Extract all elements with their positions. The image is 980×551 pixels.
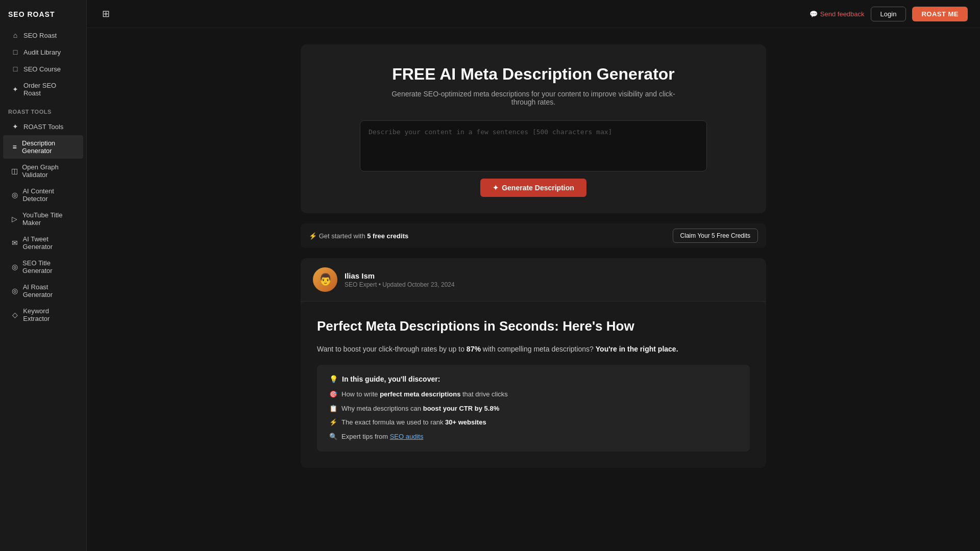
tools-section-label: ROAST Tools bbox=[0, 102, 86, 118]
guide-item-4-text: Expert tips from SEO audits bbox=[341, 432, 423, 442]
article-intro: Want to boost your click-through rates b… bbox=[317, 343, 750, 355]
home-icon: ⌂ bbox=[11, 31, 19, 39]
bolt-icon: ⚡ bbox=[329, 417, 337, 428]
guide-item-3-text: The exact formula we used to rank 30+ we… bbox=[341, 417, 486, 428]
sidebar-item-order-seo-roast[interactable]: ✦ Order SEO Roast bbox=[3, 78, 83, 101]
guide-list: 🎯 How to write perfect meta descriptions… bbox=[329, 389, 738, 441]
hero-card: FREE AI Meta Description Generator Gener… bbox=[301, 44, 766, 213]
guide-box-title: 💡 In this guide, you'll discover: bbox=[329, 375, 738, 383]
order-icon: ✦ bbox=[11, 85, 19, 93]
ai-roast-icon: ◎ bbox=[11, 287, 19, 295]
article-title: Perfect Meta Descriptions in Seconds: He… bbox=[317, 318, 750, 335]
og-icon: ◫ bbox=[11, 167, 18, 175]
sidebar-label: AI Content Detector bbox=[22, 187, 75, 203]
feedback-label: Send feedback bbox=[820, 10, 865, 18]
article-body: Perfect Meta Descriptions in Seconds: He… bbox=[301, 302, 766, 468]
sidebar-item-audit-library[interactable]: □ Audit Library bbox=[3, 44, 83, 60]
credits-bar: ⚡ Get started with 5 free credits Claim … bbox=[301, 223, 766, 248]
seo-title-icon: ◎ bbox=[11, 263, 18, 271]
youtube-icon: ▷ bbox=[11, 215, 18, 223]
stat-bold: 87% bbox=[467, 345, 481, 353]
cta-bold: You're in the right place. bbox=[596, 345, 678, 353]
author-info: Ilias Ism SEO Expert • Updated October 2… bbox=[345, 271, 455, 288]
sidebar-item-ai-tweet-generator[interactable]: ✉ AI Tweet Generator bbox=[3, 231, 83, 255]
author-name: Ilias Ism bbox=[345, 271, 455, 280]
guide-item-4: 🔍 Expert tips from SEO audits bbox=[329, 432, 738, 442]
avatar-emoji: 👨 bbox=[318, 273, 332, 286]
login-button[interactable]: Login bbox=[871, 7, 906, 21]
sidebar-item-roast-tools[interactable]: ✦ ROAST Tools bbox=[3, 118, 83, 135]
lightbulb-icon: 💡 bbox=[329, 375, 338, 383]
audit-icon: □ bbox=[11, 48, 19, 56]
credits-highlight: 5 free credits bbox=[367, 232, 408, 240]
sidebar-item-seo-course[interactable]: □ SEO Course bbox=[3, 61, 83, 77]
sidebar-item-ai-roast-generator[interactable]: ◎ AI Roast Generator bbox=[3, 279, 83, 303]
checklist-icon: 📋 bbox=[329, 404, 337, 414]
description-icon: ≡ bbox=[11, 143, 18, 151]
sidebar-item-description-generator[interactable]: ≡ Description Generator bbox=[3, 135, 83, 159]
roastme-button[interactable]: ROAST ME bbox=[912, 7, 968, 21]
author-avatar: 👨 bbox=[313, 267, 337, 292]
generate-icon: ✦ bbox=[493, 184, 499, 192]
topbar-left: ⊞ bbox=[99, 6, 113, 21]
brand-logo: SEO ROAST bbox=[0, 8, 86, 27]
guide-item-1: 🎯 How to write perfect meta descriptions… bbox=[329, 389, 738, 399]
sidebar-label: Order SEO Roast bbox=[23, 82, 75, 97]
sidebar-item-keyword-extractor[interactable]: ◇ Keyword Extractor bbox=[3, 303, 83, 327]
hero-subtitle: Generate SEO-optimized meta descriptions… bbox=[390, 90, 676, 106]
credits-icon: ⚡ bbox=[309, 232, 317, 240]
author-meta: SEO Expert • Updated October 23, 2024 bbox=[345, 281, 455, 288]
ai-detector-icon: ◎ bbox=[11, 191, 18, 199]
target-icon: 🎯 bbox=[329, 389, 337, 399]
generate-description-button[interactable]: ✦ Generate Description bbox=[480, 179, 586, 197]
content-input[interactable] bbox=[360, 120, 707, 171]
credits-prefix: Get started with bbox=[319, 232, 368, 240]
sidebar-label: AI Tweet Generator bbox=[23, 235, 75, 251]
guide-item-2: 📋 Why meta descriptions can boost your C… bbox=[329, 404, 738, 414]
sidebar-label: SEO Title Generator bbox=[22, 259, 75, 274]
topbar: ⊞ 💬 Send feedback Login ROAST ME bbox=[87, 0, 980, 28]
sidebar-label: SEO Course bbox=[23, 65, 61, 73]
tweet-icon: ✉ bbox=[11, 239, 19, 247]
guide-item-3: ⚡ The exact formula we used to rank 30+ … bbox=[329, 417, 738, 428]
sidebar-item-seo-roast[interactable]: ⌂ SEO Roast bbox=[3, 27, 83, 43]
claim-credits-button[interactable]: Claim Your 5 Free Credits bbox=[673, 229, 758, 243]
sidebar-label: ROAST Tools bbox=[23, 123, 63, 131]
author-row: 👨 Ilias Ism SEO Expert • Updated October… bbox=[301, 258, 766, 302]
sidebar-toggle-button[interactable]: ⊞ bbox=[99, 6, 113, 21]
sidebar-item-youtube-title-maker[interactable]: ▷ YouTube Title Maker bbox=[3, 207, 83, 231]
sidebar-item-ai-content-detector[interactable]: ◎ AI Content Detector bbox=[3, 183, 83, 207]
keyword-icon: ◇ bbox=[11, 311, 19, 319]
roast-tools-icon: ✦ bbox=[11, 122, 19, 131]
sidebar: SEO ROAST ⌂ SEO Roast □ Audit Library □ … bbox=[0, 0, 87, 551]
guide-item-1-text: How to write perfect meta descriptions t… bbox=[341, 389, 508, 399]
page-content: FREE AI Meta Description Generator Gener… bbox=[288, 28, 778, 484]
course-icon: □ bbox=[11, 65, 19, 73]
main-content: ⊞ 💬 Send feedback Login ROAST ME FREE AI… bbox=[87, 0, 980, 551]
credits-text: ⚡ Get started with 5 free credits bbox=[309, 232, 408, 240]
sidebar-label: Keyword Extractor bbox=[23, 307, 75, 322]
magnify-icon: 🔍 bbox=[329, 432, 337, 442]
page-title: FREE AI Meta Description Generator bbox=[317, 65, 750, 84]
article-section: 👨 Ilias Ism SEO Expert • Updated October… bbox=[301, 258, 766, 468]
sidebar-item-open-graph-validator[interactable]: ◫ Open Graph Validator bbox=[3, 159, 83, 183]
sidebar-item-seo-title-generator[interactable]: ◎ SEO Title Generator bbox=[3, 255, 83, 279]
guide-title-text: In this guide, you'll discover: bbox=[342, 375, 440, 383]
seo-audits-link[interactable]: SEO audits bbox=[390, 433, 424, 440]
sidebar-label: Audit Library bbox=[23, 48, 61, 56]
sidebar-label: Open Graph Validator bbox=[22, 163, 75, 179]
generate-label: Generate Description bbox=[502, 184, 574, 192]
guide-item-2-text: Why meta descriptions can boost your CTR… bbox=[341, 404, 499, 414]
topbar-right: 💬 Send feedback Login ROAST ME bbox=[810, 7, 968, 21]
feedback-icon: 💬 bbox=[810, 10, 818, 18]
guide-box: 💡 In this guide, you'll discover: 🎯 How … bbox=[317, 365, 750, 452]
sidebar-label: SEO Roast bbox=[23, 32, 57, 39]
send-feedback-button[interactable]: 💬 Send feedback bbox=[810, 10, 865, 18]
sidebar-label: YouTube Title Maker bbox=[22, 211, 75, 227]
sidebar-label: AI Roast Generator bbox=[23, 283, 75, 298]
sidebar-label: Description Generator bbox=[22, 139, 75, 155]
sidebar-nav-main: ⌂ SEO Roast □ Audit Library □ SEO Course… bbox=[0, 27, 86, 102]
sidebar-nav-tools: ✦ ROAST Tools ≡ Description Generator ◫ … bbox=[0, 118, 86, 327]
